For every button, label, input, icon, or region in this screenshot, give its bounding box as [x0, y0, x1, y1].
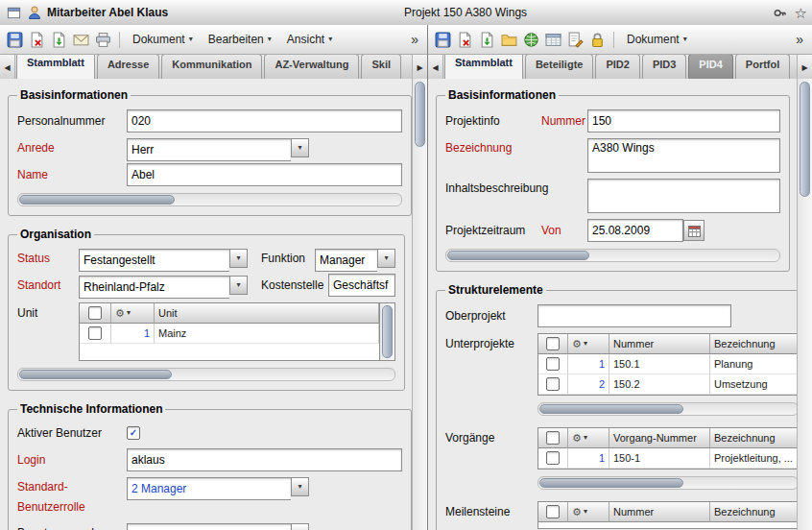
checkbox[interactable] — [546, 377, 560, 391]
name-input[interactable]: Abel — [127, 163, 402, 186]
delete-document-icon[interactable] — [27, 30, 47, 50]
row-checkbox[interactable] — [538, 448, 568, 469]
vertical-scrollbar[interactable] — [797, 79, 812, 530]
cell-bezeichnung[interactable]: Planung — [710, 354, 798, 374]
menu-bearbeiten[interactable]: Bearbeiten ▾ — [202, 30, 278, 49]
column-header-vorgang-nummer[interactable]: Vorgang-Nummer — [609, 428, 710, 448]
calendar-button[interactable] — [683, 220, 705, 241]
tab-stammblatt[interactable]: Stammblatt — [444, 55, 523, 80]
status-select[interactable]: Festangestellt ▾ — [79, 249, 248, 268]
checkbox[interactable] — [546, 451, 560, 465]
tabs-scroll-left-button[interactable]: ◀ — [428, 55, 443, 80]
menu-dokument[interactable]: Dokument ▾ — [620, 30, 694, 49]
benutzerrolle-select[interactable]: 2 Manager ▾ — [127, 477, 309, 496]
personalnummer-input[interactable]: 020 — [127, 109, 402, 132]
column-header-nummer[interactable]: Nummer — [609, 502, 710, 522]
edit-document-icon[interactable] — [565, 30, 585, 50]
tab-pid2[interactable]: PID2 — [595, 55, 639, 80]
save-icon[interactable] — [433, 30, 453, 50]
tabs-scroll-right-button[interactable]: ▶ — [797, 55, 812, 80]
delete-document-icon[interactable] — [455, 30, 475, 50]
table-row[interactable]: 2 150.2 Umsetzung — [538, 374, 798, 395]
row-checkbox[interactable] — [538, 374, 568, 395]
export-document-icon[interactable] — [49, 30, 69, 50]
select-all-checkbox[interactable] — [538, 502, 568, 522]
email-icon[interactable] — [71, 30, 91, 50]
scrollbar-thumb[interactable] — [19, 370, 172, 379]
column-header-bezeichnung[interactable]: Bezeichnung — [710, 334, 798, 354]
save-icon[interactable] — [5, 30, 25, 50]
horizontal-scrollbar[interactable] — [537, 402, 798, 416]
column-header-nummer[interactable]: Nummer — [609, 334, 710, 354]
cell-nummer[interactable]: 150.1 — [609, 354, 710, 374]
checkbox[interactable] — [546, 357, 560, 371]
benutzerrolle-dropdown-button[interactable]: ▾ — [291, 477, 309, 496]
status-value[interactable]: Festangestellt — [79, 249, 229, 272]
scrollbar-thumb[interactable] — [415, 82, 425, 147]
anrede-value[interactable]: Herr — [127, 138, 291, 161]
tabs-scroll-right-button[interactable]: ▶ — [412, 55, 427, 80]
export-document-icon[interactable] — [477, 30, 497, 50]
standort-value[interactable]: Rheinland-Pfalz — [79, 276, 229, 299]
row-checkbox[interactable] — [538, 354, 568, 374]
table-row[interactable]: 1 150.1 Planung — [538, 354, 798, 374]
checkbox[interactable] — [546, 505, 560, 518]
checkbox[interactable] — [88, 326, 102, 340]
gear-menu-button[interactable]: ⚙▾ — [568, 428, 609, 448]
cell-nummer[interactable]: 150.2 — [609, 374, 710, 395]
row-number-link[interactable]: 1 — [568, 448, 609, 469]
benutzerrolle-value[interactable]: 2 Manager — [127, 477, 291, 500]
checkbox[interactable] — [546, 337, 560, 350]
tab-pid4[interactable]: PID4 — [688, 55, 732, 80]
tab-skills[interactable]: Skil — [361, 55, 401, 80]
scrollbar-thumb[interactable] — [447, 251, 589, 260]
nummer-input[interactable]: 150 — [587, 109, 780, 132]
gear-menu-button[interactable]: ⚙▾ — [568, 502, 609, 522]
column-header-bezeichnung[interactable]: Bezeichnung — [710, 502, 798, 522]
funktion-select[interactable]: Manager ▾ — [315, 249, 395, 268]
row-checkbox[interactable] — [80, 324, 111, 344]
gear-menu-button[interactable]: ⚙▾ — [568, 334, 609, 354]
table-row[interactable]: 1 Mainz — [80, 324, 379, 344]
cell-bezeichnung[interactable]: Umsetzung — [710, 374, 798, 395]
kostenstelle-input[interactable]: Geschäftsf — [328, 274, 395, 297]
menu-ansicht[interactable]: Ansicht ▾ — [280, 30, 339, 49]
inhaltsbeschreibung-input[interactable] — [587, 179, 780, 213]
horizontal-scrollbar[interactable] — [17, 368, 395, 381]
row-number-link[interactable]: 1 — [111, 324, 155, 344]
horizontal-scrollbar[interactable] — [17, 193, 402, 206]
pin-icon[interactable] — [772, 4, 789, 21]
funktion-dropdown-button[interactable]: ▾ — [377, 249, 395, 268]
lock-icon[interactable] — [587, 30, 608, 50]
row-number-link[interactable]: 2 — [568, 374, 609, 395]
benutzersprache-dropdown-button[interactable]: ▾ — [291, 523, 309, 530]
table-row[interactable]: 1 150-1 Projektleitung, ... — [538, 448, 798, 469]
globe-icon[interactable] — [521, 30, 541, 50]
toolbar-overflow-button[interactable]: » — [407, 32, 422, 47]
checkbox[interactable] — [546, 431, 560, 445]
cell-unit[interactable]: Mainz — [155, 324, 379, 344]
scrollbar-thumb[interactable] — [539, 404, 683, 414]
print-icon[interactable] — [93, 30, 113, 50]
toolbar-overflow-button[interactable]: » — [792, 32, 807, 47]
benutzersprache-value[interactable]: deutsch — [127, 523, 291, 530]
status-dropdown-button[interactable]: ▾ — [229, 249, 248, 268]
folder-icon[interactable] — [499, 30, 519, 50]
column-header-bezeichnung[interactable]: Bezeichnung — [710, 428, 798, 448]
scrollbar-thumb[interactable] — [382, 305, 393, 358]
cell-bezeichnung[interactable]: Projektleitung, ... — [710, 448, 798, 469]
checkbox[interactable] — [88, 306, 102, 320]
anrede-dropdown-button[interactable]: ▾ — [291, 138, 309, 157]
login-input[interactable]: aklaus — [127, 448, 402, 471]
menu-dokument[interactable]: Dokument ▾ — [126, 30, 200, 49]
benutzersprache-select[interactable]: deutsch ▾ — [127, 523, 309, 530]
tab-pid3[interactable]: PID3 — [642, 55, 686, 80]
horizontal-scrollbar[interactable] — [445, 249, 780, 262]
tab-beteiligte[interactable]: Beteiligte — [525, 55, 594, 80]
tab-kommunikation[interactable]: Kommunikation — [161, 55, 262, 80]
funktion-value[interactable]: Manager — [315, 249, 377, 272]
standort-dropdown-button[interactable]: ▾ — [229, 276, 248, 295]
aktiver-benutzer-checkbox[interactable]: ✓ — [127, 426, 140, 440]
horizontal-scrollbar[interactable] — [537, 476, 798, 490]
select-all-checkbox[interactable] — [80, 303, 111, 324]
